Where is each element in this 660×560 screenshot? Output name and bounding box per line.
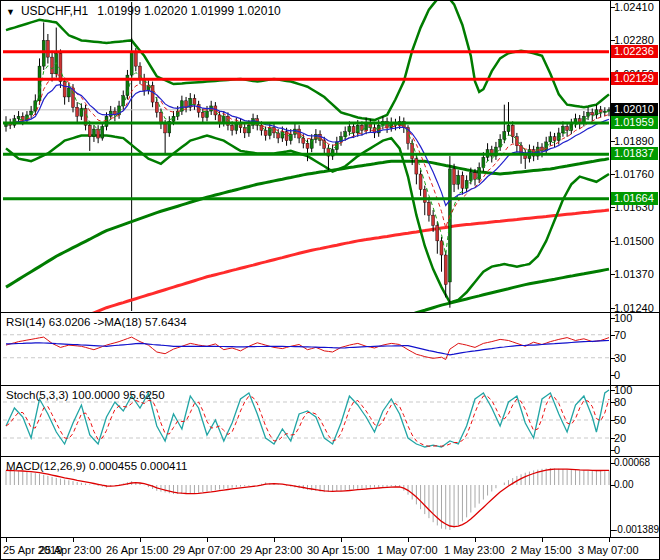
price-tick-mark: [610, 308, 615, 309]
price-tick-label: 1.01500: [614, 235, 654, 247]
time-tick-mark: [6, 538, 7, 542]
price-tick-label: 1.01890: [614, 135, 654, 147]
time-tick-label: 1 May 07:00: [377, 544, 438, 556]
time-tick-mark: [341, 538, 342, 542]
time-tick-label: 30 Apr 15:00: [307, 544, 369, 556]
stoch-tick-mark: [610, 450, 615, 451]
macd-label: MACD(12,26,9) 0.000455 0.000411: [6, 460, 187, 472]
price-tick-mark: [610, 207, 615, 208]
time-tick-label: 3 May 07:00: [578, 544, 639, 556]
time-tick-label: 2 May 15:00: [511, 544, 572, 556]
price-badge: 1.02010: [611, 103, 658, 116]
rsi-label: RSI(14) 63.0206 ->MA(18) 57.6434: [6, 316, 187, 328]
symbol-dropdown-icon[interactable]: ▼: [6, 7, 15, 17]
rsi-tick-mark: [610, 318, 615, 319]
macd-tick-mark: [610, 530, 615, 531]
time-tick-mark: [73, 538, 74, 542]
stoch-tick-mark: [610, 402, 615, 403]
macd-axis-label: 0.00: [614, 479, 633, 491]
symbol-timeframe-label: USDCHF,H1: [21, 4, 88, 18]
macd-axis-label: 0.00068: [614, 457, 650, 469]
price-tick-mark: [610, 174, 615, 175]
price-tick-label: 1.01760: [614, 168, 654, 180]
stoch-axis-label: 50: [614, 414, 626, 426]
rsi-tick-mark: [610, 358, 615, 359]
rsi-axis-label: 70: [614, 329, 626, 341]
chart-title: ▼USDCHF,H11.01999 1.02020 1.01999 1.0201…: [6, 4, 281, 18]
macd-tick-mark: [610, 463, 615, 464]
price-badge: 1.02236: [611, 45, 658, 58]
time-tick-mark: [609, 538, 610, 542]
stoch-tick-mark: [610, 438, 615, 439]
stoch-tick-mark: [610, 420, 615, 421]
time-tick-label: 26 Apr 15:00: [106, 544, 168, 556]
stoch-tick-mark: [610, 390, 615, 391]
price-tick-label: 1.02410: [614, 1, 654, 13]
time-tick-label: 29 Apr 07:00: [173, 544, 235, 556]
stoch-axis-label: 20: [614, 432, 626, 444]
rsi-tick-mark: [610, 335, 615, 336]
stoch-axis-label: 80: [614, 396, 626, 408]
price-badge: 1.02129: [611, 72, 658, 85]
macd-tick-mark: [610, 485, 615, 486]
price-tick-mark: [610, 40, 615, 41]
price-badge: 1.01959: [611, 116, 658, 129]
rsi-axis-label: 100: [614, 312, 632, 324]
stoch-label: Stoch(5,3,3) 100.0000 95.6250: [6, 389, 165, 401]
rsi-axis-label: 30: [614, 352, 626, 364]
time-tick-mark: [475, 538, 476, 542]
rsi-tick-mark: [610, 375, 615, 376]
time-tick-label: 25 Apr 23:00: [39, 544, 101, 556]
time-tick-mark: [408, 538, 409, 542]
price-badge: 1.01837: [611, 147, 658, 160]
ohlc-values: 1.01999 1.02020 1.01999 1.02010: [97, 4, 281, 18]
price-badge: 1.01664: [611, 192, 658, 205]
candlestick-layer: [1, 1, 610, 312]
price-tick-mark: [610, 241, 615, 242]
price-tick-label: 1.01370: [614, 268, 654, 280]
time-tick-mark: [207, 538, 208, 542]
time-tick-mark: [542, 538, 543, 542]
trading-chart-window: ▼USDCHF,H11.01999 1.02020 1.01999 1.0201…: [0, 0, 660, 560]
stoch-axis-label: 100: [614, 384, 632, 396]
time-tick-label: 1 May 23:00: [444, 544, 505, 556]
price-tick-mark: [610, 7, 615, 8]
main-chart-canvas[interactable]: [1, 1, 610, 312]
price-tick-mark: [610, 274, 615, 275]
price-tick-mark: [610, 141, 615, 142]
time-tick-mark: [140, 538, 141, 542]
time-tick-mark: [274, 538, 275, 542]
macd-axis-label: -0.001389: [614, 524, 659, 536]
time-tick-label: 29 Apr 23:00: [240, 544, 302, 556]
